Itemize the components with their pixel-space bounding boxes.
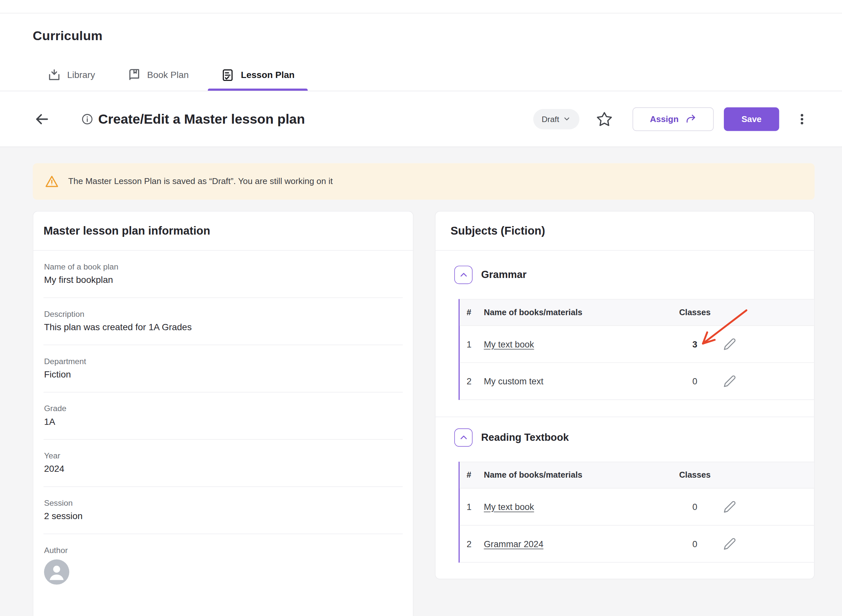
tab-book-plan[interactable]: Book Plan bbox=[114, 60, 201, 91]
field-label: Name of a book plan bbox=[44, 262, 402, 271]
field-label: Author bbox=[44, 546, 402, 555]
table-header-row: # Name of books/materials Classes bbox=[459, 462, 814, 488]
chevron-up-icon bbox=[459, 270, 468, 279]
favorite-button[interactable] bbox=[596, 111, 613, 127]
field-value: This plan was created for 1A Grades bbox=[44, 322, 402, 333]
field-label: Session bbox=[44, 498, 402, 507]
info-button[interactable] bbox=[81, 113, 93, 125]
status-dropdown[interactable]: Draft bbox=[533, 109, 579, 129]
draft-warning-banner: The Master Lesson Plan is saved as “Draf… bbox=[33, 163, 814, 200]
back-button[interactable] bbox=[34, 111, 50, 127]
row-num: 2 bbox=[467, 376, 484, 386]
edit-pencil-icon bbox=[723, 374, 736, 387]
assign-button[interactable]: Assign bbox=[632, 107, 713, 131]
col-classes: Classes bbox=[671, 470, 719, 480]
info-fields: Name of a book plan My first bookplan De… bbox=[33, 251, 413, 597]
chevron-up-icon bbox=[459, 433, 468, 442]
edit-button[interactable] bbox=[723, 537, 736, 550]
field-grade: Grade 1A bbox=[43, 393, 403, 440]
edit-button[interactable] bbox=[723, 500, 736, 513]
lesson-plan-info-card: Master lesson plan information Name of a… bbox=[33, 211, 414, 616]
book-link[interactable]: Grammar 2024 bbox=[484, 539, 671, 549]
field-value: Fiction bbox=[44, 369, 402, 380]
classes-count: 0 bbox=[671, 376, 719, 386]
page-title: Curriculum bbox=[33, 28, 103, 43]
section-title: Grammar bbox=[481, 269, 527, 280]
tab-label: Library bbox=[67, 70, 95, 81]
field-value: 2024 bbox=[44, 464, 402, 475]
subject-section-reading-textbook: Reading Textbook # Name of books/materia… bbox=[436, 417, 814, 562]
table-row: 2 My custom text 0 bbox=[459, 363, 814, 400]
table-row: 2 Grammar 2024 0 bbox=[459, 526, 814, 563]
lesson-plan-icon bbox=[221, 68, 235, 82]
field-description: Description This plan was created for 1A… bbox=[43, 298, 403, 345]
warning-triangle-icon bbox=[45, 174, 59, 189]
edit-pencil-icon bbox=[723, 500, 736, 513]
info-icon bbox=[81, 113, 93, 125]
tab-label: Book Plan bbox=[147, 70, 189, 81]
library-icon bbox=[47, 68, 62, 82]
tab-lesson-plan[interactable]: Lesson Plan bbox=[208, 60, 308, 91]
col-name: Name of books/materials bbox=[484, 470, 671, 480]
tab-bar: Library Book Plan Lesson Plan bbox=[34, 60, 307, 91]
field-book-plan-name: Name of a book plan My first bookplan bbox=[43, 251, 403, 298]
collapse-button[interactable] bbox=[454, 428, 472, 447]
book-name: My custom text bbox=[484, 376, 671, 386]
col-num: # bbox=[467, 470, 484, 480]
field-department: Department Fiction bbox=[43, 345, 403, 393]
field-value: 1A bbox=[44, 417, 402, 427]
lesson-plan-header: Create/Edit a Master lesson plan Draft A… bbox=[0, 91, 842, 147]
classes-count: 3 bbox=[671, 339, 719, 349]
top-strip bbox=[0, 0, 842, 13]
tab-label: Lesson Plan bbox=[241, 70, 295, 81]
share-arrow-icon bbox=[685, 113, 697, 125]
collapse-button[interactable] bbox=[454, 265, 472, 284]
status-label: Draft bbox=[542, 114, 559, 123]
field-year: Year 2024 bbox=[43, 440, 403, 487]
tab-library[interactable]: Library bbox=[34, 60, 108, 91]
field-value: 2 session bbox=[44, 511, 402, 522]
table-row: 1 My text book 0 bbox=[459, 488, 814, 526]
edit-pencil-icon bbox=[723, 338, 736, 351]
more-options-button[interactable] bbox=[795, 111, 809, 126]
subject-section-grammar: Grammar # Name of books/materials Classe… bbox=[436, 251, 814, 400]
star-icon bbox=[596, 111, 613, 127]
save-button[interactable]: Save bbox=[724, 107, 779, 131]
edit-button[interactable] bbox=[723, 374, 736, 387]
edit-button[interactable] bbox=[723, 338, 736, 351]
app-header: Curriculum Library Book Plan bbox=[0, 13, 842, 91]
table-header-row: # Name of books/materials Classes bbox=[459, 299, 814, 326]
col-num: # bbox=[467, 308, 484, 317]
col-classes: Classes bbox=[671, 308, 719, 317]
field-label: Grade bbox=[44, 403, 402, 413]
col-name: Name of books/materials bbox=[484, 308, 671, 317]
section-head: Reading Textbook bbox=[454, 428, 814, 447]
subjects-card: Subjects (Fiction) Grammar # Name of boo… bbox=[435, 211, 814, 579]
assign-label: Assign bbox=[650, 114, 679, 124]
lesson-plan-title: Create/Edit a Master lesson plan bbox=[98, 111, 305, 127]
book-link[interactable]: My text book bbox=[484, 339, 671, 349]
chevron-down-icon bbox=[563, 115, 571, 123]
row-num: 1 bbox=[467, 339, 484, 349]
classes-count: 0 bbox=[671, 502, 719, 512]
section-title: Reading Textbook bbox=[481, 432, 569, 443]
section-head: Grammar bbox=[454, 265, 814, 284]
field-label: Department bbox=[44, 356, 402, 366]
field-label: Year bbox=[44, 451, 402, 460]
field-author: Author bbox=[43, 534, 403, 597]
row-num: 1 bbox=[467, 502, 484, 512]
kebab-menu-icon bbox=[795, 111, 809, 126]
row-num: 2 bbox=[467, 539, 484, 549]
back-arrow-icon bbox=[34, 111, 50, 127]
page: Curriculum Library Book Plan bbox=[0, 0, 842, 616]
field-value: My first bookplan bbox=[44, 275, 402, 286]
field-session: Session 2 session bbox=[43, 487, 403, 534]
avatar-person-icon bbox=[44, 560, 69, 585]
info-card-title: Master lesson plan information bbox=[33, 211, 413, 251]
subjects-card-title: Subjects (Fiction) bbox=[436, 211, 814, 251]
avatar bbox=[44, 560, 69, 585]
table-row: 1 My text book 3 bbox=[459, 326, 814, 363]
field-label: Description bbox=[44, 309, 402, 318]
book-link[interactable]: My text book bbox=[484, 502, 671, 512]
banner-text: The Master Lesson Plan is saved as “Draf… bbox=[68, 176, 333, 186]
